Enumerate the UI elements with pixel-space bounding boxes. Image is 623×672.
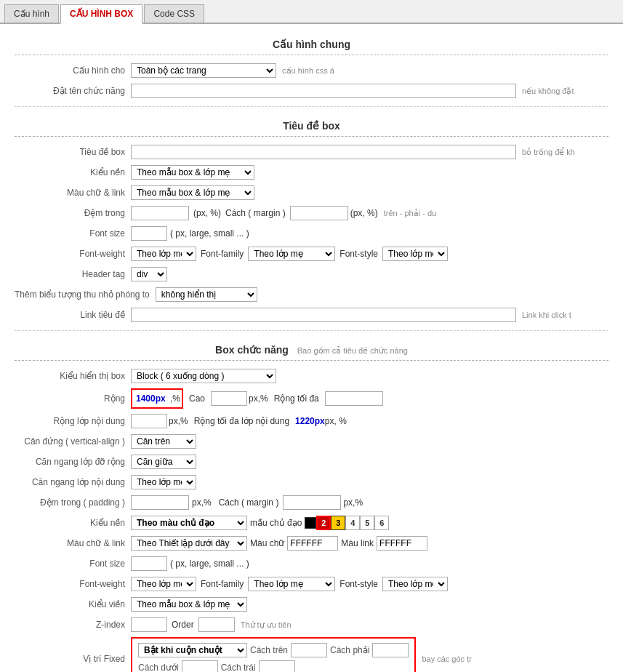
rong-highlight: , % bbox=[131, 388, 183, 409]
row-font-weight-box: Font-weight Theo lớp mẹ Font-family Theo… bbox=[15, 576, 608, 592]
cach-box-input[interactable] bbox=[283, 495, 341, 510]
font-size-td-input[interactable] bbox=[131, 226, 167, 241]
them-bieu-label: Thêm biểu tượng thu nhỏ phóng to bbox=[15, 289, 156, 300]
can-dung-select[interactable]: Căn trên bbox=[131, 434, 196, 449]
cach-trai-input[interactable] bbox=[259, 660, 295, 672]
vi-tri-fixed-label: Vị trí Fixed bbox=[15, 654, 131, 664]
color-btn-6[interactable]: 6 bbox=[374, 516, 389, 530]
font-size-box-note: ( px, large, small ... ) bbox=[170, 559, 249, 569]
mau-chu-select[interactable]: Theo mẫu box & lớp mẹ bbox=[131, 185, 254, 200]
order-input[interactable] bbox=[198, 617, 235, 632]
rong-percent: % bbox=[172, 393, 180, 404]
tab-code-css[interactable]: Code CSS bbox=[144, 4, 204, 23]
side-note-3: bỏ trống để kh bbox=[522, 148, 575, 157]
mau-chu-link-box-select[interactable]: Theo Thiết lập dưới đây bbox=[131, 536, 247, 551]
font-weight-td-select[interactable]: Theo lớp mẹ bbox=[131, 247, 196, 261]
kieu-vien-select[interactable]: Theo mẫu box & lớp mẹ bbox=[131, 597, 247, 612]
cach-tren-input[interactable] bbox=[291, 643, 327, 657]
can-ngang-noi-dung-label: Căn ngang lớp nội dung bbox=[15, 477, 131, 487]
kieu-nen-box-select[interactable]: Theo màu chủ đạo bbox=[131, 516, 247, 530]
row-font-weight-td: Font-weight Theo lớp mẹ Font-family Theo… bbox=[15, 246, 608, 262]
section-cau-hinh-chung: Cấu hình chung Cấu hình cho Toàn bộ các … bbox=[15, 31, 608, 99]
order-label: Order bbox=[172, 620, 194, 630]
fixed-box-container: Bật khi cuộn chuột Cách trên Cách phải C… bbox=[131, 637, 416, 672]
rong-lop-unit: px,% bbox=[169, 416, 188, 426]
can-ngang-do-rong-select[interactable]: Căn giữa bbox=[131, 455, 196, 469]
can-ngang-noi-dung-select[interactable]: Theo lớp mẹ bbox=[131, 475, 196, 489]
dem-trong-box-label: Đệm trong ( padding ) bbox=[15, 497, 131, 508]
z-index-input[interactable] bbox=[131, 617, 167, 632]
row-header-tag: Header tag div bbox=[15, 266, 608, 282]
color-btn-5[interactable]: 5 bbox=[360, 516, 374, 530]
font-weight-td-label: Font-weight bbox=[15, 249, 131, 259]
header-tag-label: Header tag bbox=[15, 269, 131, 279]
font-weight-box-label: Font-weight bbox=[15, 579, 131, 589]
link-note: Link khi click t bbox=[522, 311, 571, 319]
rong-input[interactable] bbox=[134, 391, 170, 406]
dem-trong-input[interactable] bbox=[131, 206, 189, 220]
tab-cau-hinh[interactable]: Cấu hình bbox=[4, 4, 59, 23]
header-tag-select[interactable]: div bbox=[131, 267, 167, 281]
them-bieu-select[interactable]: không hiển thị bbox=[156, 287, 257, 302]
mau-chu-link-box-label: Màu chữ & link bbox=[15, 538, 131, 548]
color-btn-2[interactable]: 2 bbox=[316, 516, 331, 530]
cach-phai-input[interactable] bbox=[372, 643, 409, 657]
row-rong-lop: Rộng lớp nội dung px,% Rộng tối đa lớp n… bbox=[15, 413, 608, 429]
rong-toi-da-input[interactable] bbox=[325, 391, 383, 406]
row-z-index: Z-index Order Thứ tự ưu tiên bbox=[15, 617, 608, 633]
vi-tri-fixed-select[interactable]: Bật khi cuộn chuột bbox=[138, 643, 247, 657]
tieu-de-box-label: Tiêu đề box bbox=[15, 147, 131, 157]
cach-duoi-input[interactable] bbox=[182, 660, 218, 672]
cach-input[interactable] bbox=[290, 206, 348, 220]
kieu-hien-thi-select[interactable]: Block ( 6 xuống dòng ) bbox=[131, 369, 276, 383]
rong-lop-label: Rộng lớp nội dung bbox=[15, 416, 131, 426]
mau-chu-box-label: Màu chữ bbox=[250, 538, 284, 548]
mau-link-box-input[interactable] bbox=[377, 536, 427, 551]
row-kieu-vien: Kiểu viền Theo mẫu box & lớp mẹ bbox=[15, 596, 608, 612]
rong-lop-input[interactable] bbox=[131, 414, 167, 428]
rong-toi-da-label: Rộng tối đa bbox=[274, 393, 319, 404]
side-note-2: nếu không đặt bbox=[522, 87, 574, 96]
font-family-td-select[interactable]: Theo lớp mẹ bbox=[248, 247, 335, 261]
font-family-box-label: Font-family bbox=[201, 579, 244, 589]
dem-trong-box-input[interactable] bbox=[131, 495, 189, 510]
color-btn-4[interactable]: 4 bbox=[345, 516, 360, 530]
font-style-td-select[interactable]: Theo lớp mẹ bbox=[382, 247, 448, 261]
link-tieu-de-input[interactable] bbox=[131, 308, 516, 322]
color-swatch-black[interactable] bbox=[305, 517, 316, 529]
cau-hinh-cho-select[interactable]: Toàn bộ các trang bbox=[131, 63, 276, 78]
section-box-chuc-nang: Box chức năng Bao gồm cả tiêu đề chức nă… bbox=[15, 337, 608, 672]
cau-hinh-cho-label: Cấu hình cho bbox=[15, 65, 131, 76]
row-tieu-de-box: Tiêu đề box bỏ trống để kh bbox=[15, 144, 608, 160]
row-rong-cao: Rộng , % Cao px,% Rộng tối đa bbox=[15, 388, 608, 409]
row-can-ngang-do-rong: Căn ngang lớp đỡ rộng Căn giữa bbox=[15, 454, 608, 470]
mau-chu-label: Màu chữ & link bbox=[15, 188, 131, 198]
cao-input[interactable] bbox=[211, 391, 247, 406]
row-mau-chu: Màu chữ & link Theo mẫu box & lớp mẹ bbox=[15, 185, 608, 201]
kieu-hien-thi-label: Kiểu hiển thị box bbox=[15, 371, 131, 381]
font-style-td-label: Font-style bbox=[339, 249, 378, 259]
z-side-note: Thứ tự ưu tiên bbox=[241, 620, 292, 630]
cach-label: Cách ( margin ) bbox=[225, 208, 286, 218]
tieu-de-input[interactable] bbox=[131, 145, 516, 159]
can-dung-label: Căn đứng ( vertical-align ) bbox=[15, 436, 131, 447]
mau-chu-box-input[interactable] bbox=[287, 536, 338, 551]
dat-ten-input[interactable] bbox=[131, 84, 516, 98]
dat-ten-label: Đặt tên chức năng bbox=[15, 86, 131, 96]
font-weight-box-select[interactable]: Theo lớp mẹ bbox=[131, 577, 196, 591]
dem-unit: px,% bbox=[192, 497, 212, 508]
main-content: Cấu hình chung Cấu hình cho Toàn bộ các … bbox=[0, 24, 623, 672]
kieu-nen-label: Kiểu nền bbox=[15, 167, 131, 177]
color-btn-3[interactable]: 3 bbox=[331, 516, 345, 530]
font-style-box-select[interactable]: Theo lớp mẹ bbox=[382, 577, 448, 591]
row-kieu-nen-box: Kiểu nền Theo màu chủ đạo mầu chủ đạo 2 … bbox=[15, 515, 608, 531]
kieu-vien-label: Kiểu viền bbox=[15, 599, 131, 609]
rong-toi-da-lop-label: Rộng tối đa lớp nội dung bbox=[194, 416, 289, 426]
kieu-nen-select[interactable]: Theo mẫu box & lớp mẹ bbox=[131, 165, 254, 180]
font-family-box-select[interactable]: Theo lớp mẹ bbox=[248, 577, 335, 591]
row-dem-trong: Đệm trong (px, %) Cách ( margin ) (px, %… bbox=[15, 205, 608, 221]
z-side-note2: bay các góc tr bbox=[422, 655, 471, 663]
tab-cau-hinh-box[interactable]: CẤU HÌNH BOX bbox=[60, 4, 142, 24]
font-size-box-input[interactable] bbox=[131, 556, 167, 571]
cach-phai-label: Cách phải bbox=[330, 645, 369, 655]
